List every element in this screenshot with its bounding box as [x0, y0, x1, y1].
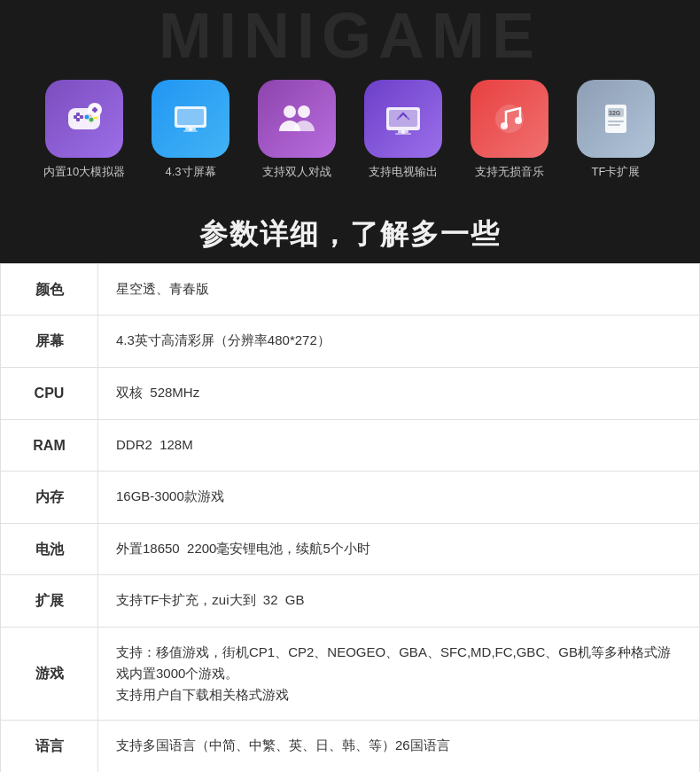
icon-item-screen: 4.3寸屏幕: [137, 80, 244, 180]
screen-label: 4.3寸屏幕: [165, 165, 215, 180]
spec-value: 外置18650 2200毫安锂电池，续航5个小时: [98, 523, 700, 575]
svg-rect-13: [177, 109, 204, 125]
section-title: 参数详细，了解多一些: [0, 215, 700, 254]
spec-value: 支持多国语言（中简、中繁、英、日、韩、等）26国语言: [98, 721, 700, 772]
svg-rect-2: [80, 115, 83, 119]
table-row: 颜色星空透、青春版: [1, 263, 700, 316]
sdcard-icon: 32G: [593, 96, 639, 142]
multiplayer-label: 支持双人对战: [262, 165, 331, 180]
icon-item-tfcard: 32G TF卡扩展: [563, 80, 669, 180]
table-row: 屏幕4.3英寸高清彩屏（分辨率480*272）: [1, 316, 700, 368]
svg-point-7: [89, 118, 94, 122]
people-icon: [274, 96, 320, 142]
table-row: 内存16GB-3000款游戏: [1, 472, 700, 524]
spec-label: CPU: [1, 368, 98, 420]
watermark-section: MINIGAME: [0, 0, 700, 71]
icon-item-emulator: 内置10大模拟器: [31, 80, 137, 180]
icon-item-multiplayer: 支持双人对战: [244, 80, 350, 180]
svg-point-8: [85, 115, 89, 120]
spec-label: RAM: [1, 419, 98, 472]
spec-value: 星空透、青春版: [98, 263, 700, 316]
spec-value: 16GB-3000款游戏: [98, 472, 700, 524]
icon-item-tv: 支持电视输出: [350, 80, 456, 180]
icon-item-music: 支持无损音乐: [456, 80, 563, 180]
spec-label: 颜色: [1, 263, 98, 316]
spec-value: 支持：移值游戏，街机CP1、CP2、NEOGEO、GBA、SFC,MD,FC,G…: [98, 628, 700, 721]
icons-section: 内置10大模拟器 4.3寸屏幕 支持双人对战: [0, 71, 700, 198]
spec-value: 4.3英寸高清彩屏（分辨率480*272）: [98, 316, 700, 368]
spec-value: DDR2 128M: [98, 419, 700, 472]
spec-label: 扩展: [1, 575, 98, 628]
svg-point-18: [298, 105, 310, 118]
tv-label: 支持电视输出: [369, 165, 438, 180]
music-label: 支持无损音乐: [475, 165, 544, 180]
svg-rect-4: [76, 118, 80, 121]
spec-label: 游戏: [1, 628, 98, 721]
table-row: CPU双核 528MHz: [1, 368, 700, 420]
monitor-icon: [167, 96, 214, 142]
spec-label: 内存: [1, 472, 98, 524]
gamepad-icon: [61, 96, 107, 142]
svg-point-25: [501, 122, 508, 129]
section-title-area: 参数详细，了解多一些: [0, 198, 700, 263]
table-row: 游戏支持：移值游戏，街机CP1、CP2、NEOGEO、GBA、SFC,MD,FC…: [1, 628, 700, 721]
multiplayer-icon-box: [258, 80, 336, 158]
music-icon-box: [471, 80, 548, 158]
emulator-label: 内置10大模拟器: [43, 165, 125, 180]
svg-text:32G: 32G: [609, 110, 621, 116]
svg-rect-30: [608, 124, 620, 126]
tv-icon: [380, 96, 426, 142]
tfcard-icon-box: 32G: [577, 80, 655, 158]
spec-label: 语言: [1, 721, 98, 772]
specs-table: 颜色星空透、青春版屏幕4.3英寸高清彩屏（分辨率480*272）CPU双核 52…: [0, 263, 700, 772]
svg-point-17: [284, 105, 296, 118]
tfcard-label: TF卡扩展: [592, 165, 641, 180]
table-row: 电池外置18650 2200毫安锂电池，续航5个小时: [1, 523, 700, 575]
spec-value: 支持TF卡扩充，zui大到 32 GB: [98, 575, 700, 628]
table-row: 扩展支持TF卡扩充，zui大到 32 GB: [1, 575, 700, 628]
table-row: RAMDDR2 128M: [1, 419, 700, 472]
spec-label: 屏幕: [1, 316, 98, 368]
svg-rect-29: [608, 121, 624, 122]
svg-rect-23: [395, 133, 411, 135]
svg-rect-16: [183, 130, 198, 132]
svg-rect-3: [76, 113, 80, 116]
music-icon: [486, 96, 533, 142]
svg-point-26: [515, 117, 522, 124]
svg-rect-11: [94, 107, 97, 113]
screen-icon-box: [152, 80, 229, 158]
spec-value: 双核 528MHz: [98, 368, 700, 420]
spec-label: 电池: [1, 523, 98, 575]
watermark-text: MINIGAME: [159, 0, 541, 71]
emulator-icon-box: [45, 80, 123, 158]
tv-icon-box: [364, 80, 442, 158]
table-row: 语言支持多国语言（中简、中繁、英、日、韩、等）26国语言: [1, 721, 700, 772]
